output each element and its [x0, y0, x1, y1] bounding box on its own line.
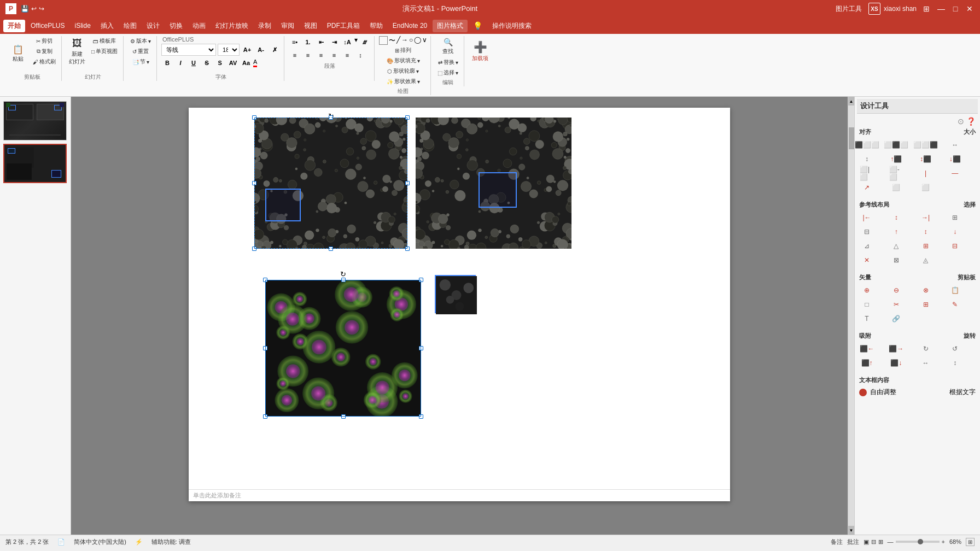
- slidelib-button[interactable]: 🗃 模板库: [89, 36, 120, 46]
- sel-handle-tc-1[interactable]: [329, 115, 333, 120]
- slide-thumb-2[interactable]: [3, 144, 67, 183]
- menu-search[interactable]: 操作说明搜索: [488, 20, 536, 32]
- font-size-select[interactable]: 18: [218, 44, 240, 56]
- guide-right-icon[interactable]: →|: [918, 211, 934, 224]
- sel-handle-tl-1[interactable]: [252, 115, 256, 120]
- align-center-h-icon[interactable]: ⬜⬛⬜: [889, 138, 904, 151]
- italic-button[interactable]: I: [174, 57, 186, 69]
- paste-button[interactable]: 📋 粘贴: [7, 36, 30, 72]
- sel-handle-bl-3[interactable]: [263, 414, 267, 419]
- font-family-select[interactable]: 等线: [161, 44, 216, 56]
- align-v-center-icon[interactable]: |: [918, 167, 934, 180]
- cut-button[interactable]: ✂ 剪切: [31, 36, 58, 46]
- textdir-button[interactable]: ↕A: [341, 36, 353, 48]
- scroll-up-button[interactable]: ▲: [848, 97, 855, 105]
- font-increase-button[interactable]: A+: [241, 44, 253, 56]
- clipboard-paste-icon[interactable]: 📋: [947, 284, 962, 297]
- select-shape-icon[interactable]: △: [889, 239, 904, 253]
- indent-right-button[interactable]: ⇥: [328, 36, 340, 48]
- flip-v-icon[interactable]: ↕: [947, 356, 962, 370]
- adsorb-bottom-icon[interactable]: ⬛↓: [889, 356, 904, 370]
- help-icon-1[interactable]: ⊙: [958, 117, 964, 126]
- shape-more[interactable]: ∨: [422, 36, 427, 45]
- menu-record[interactable]: 录制: [254, 20, 276, 32]
- align-left-icon[interactable]: ⬛⬜⬜: [859, 138, 874, 151]
- shape-circle[interactable]: ○: [409, 36, 413, 45]
- undo-icon[interactable]: ↩: [31, 5, 37, 13]
- menu-animation[interactable]: 动画: [188, 20, 210, 32]
- section-button[interactable]: 📑节▾: [128, 57, 153, 67]
- uppercase-button[interactable]: Aa: [240, 57, 252, 69]
- sel-handle-mr-1[interactable]: [405, 181, 410, 185]
- align-x-icon[interactable]: ⬜: [889, 181, 904, 194]
- underline-button[interactable]: U: [188, 57, 200, 69]
- shadow-button[interactable]: S: [214, 57, 226, 69]
- guide-bottom-icon[interactable]: ↓: [947, 225, 962, 238]
- vector-intersect-icon[interactable]: ⊗: [918, 284, 934, 297]
- menu-insert[interactable]: 插入: [96, 20, 118, 32]
- align-bottom-icon[interactable]: ↓⬛: [947, 153, 962, 166]
- select-button[interactable]: ⬚选择▾: [435, 68, 460, 78]
- rotate-cw-icon[interactable]: ↻: [918, 342, 934, 355]
- clipboard-empty-icon[interactable]: □: [859, 298, 874, 311]
- linespacing-button[interactable]: ↕: [354, 49, 366, 61]
- zoom-in-button[interactable]: +: [942, 538, 945, 545]
- vector-merge-icon[interactable]: ⊞: [918, 298, 934, 311]
- outline-button[interactable]: ⬡形状轮廓▾: [384, 66, 422, 76]
- select-lasso-icon[interactable]: ⊿: [859, 239, 874, 253]
- singleview-button[interactable]: □ 单页视图: [89, 46, 120, 56]
- sel-handle-tr-1[interactable]: [405, 115, 410, 120]
- slide-view-button[interactable]: ⊞: [878, 538, 883, 546]
- align-h-center-icon[interactable]: —: [947, 167, 962, 180]
- vector-edit-icon[interactable]: ✎: [947, 298, 962, 311]
- align-v-button[interactable]: ≡: [341, 49, 353, 61]
- guide-clear-icon[interactable]: ✕: [859, 254, 874, 267]
- menu-endnote[interactable]: EndNote 20: [388, 20, 431, 31]
- comments-button[interactable]: 批注: [847, 538, 859, 546]
- sel-handle-tc-3[interactable]: [341, 278, 346, 282]
- menu-pdf[interactable]: PDF工具箱: [323, 20, 364, 32]
- menu-officeplus[interactable]: OfficePLUS: [26, 20, 69, 31]
- sel-handle-bl-1[interactable]: [252, 247, 256, 251]
- help-icon-2[interactable]: ❓: [966, 117, 976, 126]
- slide-canvas[interactable]: ↻ ↻: [189, 108, 730, 501]
- image-topright[interactable]: [416, 118, 571, 249]
- view-toggle[interactable]: ⊞: [923, 4, 930, 13]
- normal-view-button[interactable]: ▣: [864, 538, 869, 546]
- guide-spread-h-icon[interactable]: ⊞: [918, 239, 934, 253]
- sel-handle-mr-3[interactable]: [419, 346, 423, 350]
- scroll-thumb[interactable]: [849, 127, 854, 149]
- menu-lamp[interactable]: 💡: [469, 20, 487, 32]
- sel-handle-ml-3[interactable]: [263, 346, 267, 350]
- copy-button[interactable]: ⧉ 复制: [31, 46, 58, 56]
- menu-transition[interactable]: 切换: [165, 20, 187, 32]
- menu-slideshow[interactable]: 幻灯片放映: [211, 20, 253, 32]
- clear-format-button[interactable]: ✗: [269, 44, 281, 56]
- bullet-button[interactable]: ≡•: [289, 36, 301, 48]
- shape-line[interactable]: ╱: [396, 36, 400, 45]
- align-justify-button[interactable]: ≡: [328, 49, 340, 61]
- menu-design[interactable]: 设计: [142, 20, 164, 32]
- bold-button[interactable]: B: [161, 57, 173, 69]
- sel-handle-bc-1[interactable]: [329, 247, 333, 251]
- distribute-h-icon[interactable]: ⬜|⬜: [859, 167, 874, 180]
- select-area-icon[interactable]: ⊟: [859, 225, 874, 238]
- textbox-icon[interactable]: T: [859, 312, 874, 325]
- reset-button[interactable]: ↺重置: [128, 46, 153, 56]
- align-diagonal-icon[interactable]: ↗: [859, 181, 874, 194]
- adsorb-right-icon[interactable]: ⬛→: [889, 342, 904, 355]
- guide-hcenter-icon[interactable]: ↕: [889, 211, 904, 224]
- rotate-ccw-icon[interactable]: ↺: [947, 342, 962, 355]
- rotation-handle-3[interactable]: ↻: [340, 270, 346, 278]
- menu-view[interactable]: 视图: [300, 20, 322, 32]
- shape-wave[interactable]: 〜: [389, 36, 395, 45]
- align-center-button[interactable]: ≡: [302, 49, 314, 61]
- size-height-icon[interactable]: ↕: [859, 153, 874, 166]
- outline-view-button[interactable]: ⊟: [871, 538, 876, 546]
- align-left-button[interactable]: ≡: [289, 49, 301, 61]
- vector-union-icon[interactable]: ⊕: [859, 284, 874, 297]
- sel-handle-tr-3[interactable]: [419, 278, 423, 282]
- numbering-button[interactable]: 1.: [302, 36, 314, 48]
- spacing-button[interactable]: AV: [227, 57, 239, 69]
- image-topleft[interactable]: ↻: [254, 118, 407, 249]
